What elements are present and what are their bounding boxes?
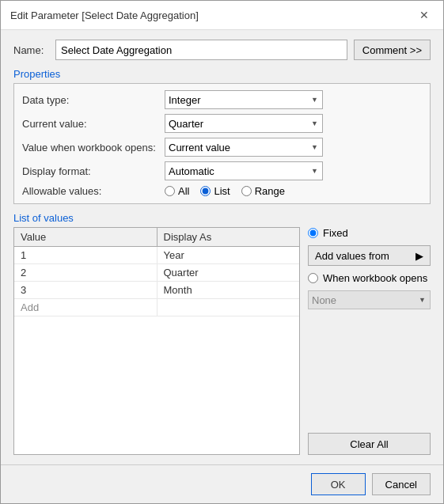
fixed-radio[interactable] <box>308 228 318 238</box>
table-body: 1 Year 2 Quarter 3 Month Add <box>14 247 299 454</box>
display-format-select[interactable]: Automatic <box>165 161 323 180</box>
add-values-from-button[interactable]: Add values from ▶ <box>308 245 431 266</box>
workbook-opens-select-wrapper: Current value <box>165 138 323 157</box>
workbook-opens-label: When workbook opens <box>323 272 427 284</box>
edit-parameter-dialog: Edit Parameter [Select Date Aggregation]… <box>0 0 444 504</box>
current-value-select-wrapper: Quarter <box>165 114 323 133</box>
workbook-opens-radio-option[interactable]: When workbook opens <box>308 272 431 284</box>
workbook-opens-row: Value when workbook opens: Current value <box>22 138 422 157</box>
dialog-title: Edit Parameter [Select Date Aggregation] <box>10 9 199 21</box>
data-type-select[interactable]: Integer <box>165 90 323 109</box>
add-row[interactable]: Add <box>14 299 299 316</box>
properties-box: Data type: Integer Current value: Quarte… <box>13 83 431 204</box>
list-section: List of values Value Display As 1 Year <box>13 212 431 455</box>
data-type-row: Data type: Integer <box>22 90 422 109</box>
values-table: Value Display As 1 Year 2 Quarter <box>13 227 300 455</box>
current-value-select[interactable]: Quarter <box>165 114 323 133</box>
allowable-range-label: Range <box>255 185 285 197</box>
properties-section: Properties Data type: Integer Current va… <box>13 68 431 204</box>
fixed-radio-option[interactable]: Fixed <box>308 227 431 239</box>
ok-button[interactable]: OK <box>311 473 366 495</box>
row-value-2: 2 <box>14 264 157 281</box>
row-value-3: 3 <box>14 282 157 298</box>
allowable-all-option[interactable]: All <box>165 185 189 197</box>
add-values-label: Add values from <box>315 250 389 262</box>
table-row[interactable]: 2 Quarter <box>14 264 299 282</box>
data-type-select-wrapper: Integer <box>165 90 323 109</box>
add-label: Add <box>14 299 157 316</box>
fixed-label: Fixed <box>323 227 348 239</box>
current-value-row: Current value: Quarter <box>22 114 422 133</box>
comment-button[interactable]: Comment >> <box>354 40 431 60</box>
allowable-all-radio[interactable] <box>165 186 175 196</box>
allowable-range-option[interactable]: Range <box>241 185 285 197</box>
list-section-title: List of values <box>13 212 431 224</box>
row-display-2: Quarter <box>157 264 300 281</box>
dialog-content: Name: Comment >> Properties Data type: I… <box>1 30 443 464</box>
title-bar: Edit Parameter [Select Date Aggregation]… <box>1 1 443 30</box>
add-display-placeholder <box>157 299 300 316</box>
display-format-select-wrapper: Automatic <box>165 161 323 180</box>
right-panel: Fixed Add values from ▶ When workbook op… <box>308 227 431 455</box>
workbook-opens-label: Value when workbook opens: <box>22 142 165 153</box>
allowable-list-label: List <box>214 185 230 197</box>
display-as-column-header: Display As <box>157 228 300 246</box>
workbook-opens-radio[interactable] <box>308 273 318 283</box>
allowable-list-option[interactable]: List <box>200 185 230 197</box>
current-value-label: Current value: <box>22 118 165 130</box>
allowable-all-label: All <box>178 185 189 197</box>
display-format-label: Display format: <box>22 165 165 177</box>
allowable-values-label: Allowable values: <box>22 185 165 197</box>
none-select-wrapper: None <box>308 290 431 309</box>
dialog-footer: OK Cancel <box>1 464 443 503</box>
workbook-opens-select[interactable]: Current value <box>165 138 323 157</box>
data-type-label: Data type: <box>22 94 165 106</box>
properties-title: Properties <box>13 68 431 80</box>
none-select[interactable]: None <box>308 290 431 309</box>
table-row[interactable]: 3 Month <box>14 282 299 299</box>
allowable-values-row: Allowable values: All List Range <box>22 185 422 197</box>
name-input[interactable] <box>55 40 347 60</box>
name-row: Name: Comment >> <box>13 40 431 60</box>
add-values-chevron-icon: ▶ <box>416 250 423 262</box>
table-row[interactable]: 1 Year <box>14 247 299 264</box>
row-display-3: Month <box>157 282 300 298</box>
cancel-button[interactable]: Cancel <box>372 473 431 495</box>
value-column-header: Value <box>14 228 157 246</box>
clear-all-button[interactable]: Clear All <box>308 433 431 455</box>
allowable-list-radio[interactable] <box>200 186 211 196</box>
close-button[interactable]: ✕ <box>415 7 434 23</box>
display-format-row: Display format: Automatic <box>22 161 422 180</box>
allowable-values-radio-group: All List Range <box>165 185 285 197</box>
row-value-1: 1 <box>14 247 157 263</box>
allowable-range-radio[interactable] <box>241 186 252 196</box>
name-label: Name: <box>13 44 49 56</box>
table-header: Value Display As <box>14 228 299 247</box>
row-display-1: Year <box>157 247 300 263</box>
list-content: Value Display As 1 Year 2 Quarter <box>13 227 431 455</box>
